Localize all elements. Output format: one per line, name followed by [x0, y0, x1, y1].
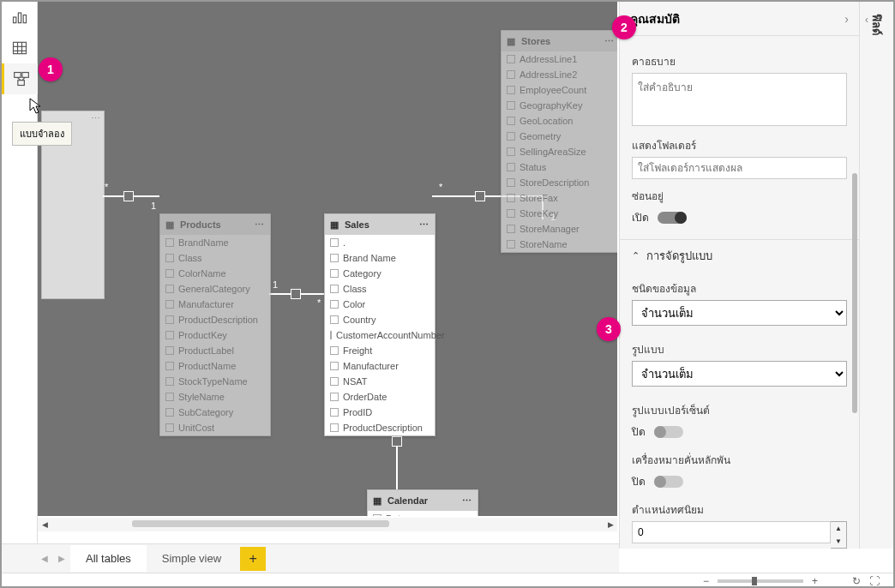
field-icon: [330, 269, 339, 278]
table-card-products[interactable]: ▦Products⋯ BrandNameClassColorNameGenera…: [159, 213, 271, 436]
field-row[interactable]: StyleName: [160, 389, 270, 405]
field-row[interactable]: SellingAreaSize: [502, 144, 617, 159]
field-row[interactable]: GeneralCategory: [160, 281, 270, 297]
field-row[interactable]: StoreKey: [502, 206, 617, 221]
field-row[interactable]: Color: [325, 297, 435, 312]
svg-rect-10: [17, 81, 23, 86]
field-row[interactable]: CustomerAccountNumber: [325, 327, 435, 343]
chevron-left-icon: ‹: [865, 14, 868, 26]
expand-panel-icon[interactable]: ›: [844, 12, 849, 26]
relationship-arrow-icon: [291, 289, 301, 299]
thousands-toggle[interactable]: [654, 476, 683, 488]
field-row[interactable]: Class: [160, 250, 270, 266]
field-icon: [165, 346, 174, 355]
field-name: Country: [343, 315, 376, 325]
zoom-in-button[interactable]: +: [812, 575, 818, 587]
more-icon[interactable]: ⋯: [462, 495, 472, 507]
field-row[interactable]: Freight: [325, 343, 435, 358]
field-row[interactable]: ProductName: [160, 358, 270, 374]
field-row[interactable]: UnitCost: [160, 420, 270, 435]
display-folder-input[interactable]: [632, 157, 847, 179]
table-card-calendar[interactable]: ▦Calendar⋯ Date: [367, 489, 478, 516]
table-card-sales[interactable]: ▦Sales⋯ .Brand NameCategoryClassColorCou…: [324, 213, 435, 436]
spinner-up-icon[interactable]: ▲: [831, 522, 846, 535]
format-label: รูปแบบ: [632, 341, 847, 357]
field-name: OrderDate: [343, 392, 387, 402]
field-row[interactable]: GeographyKey: [502, 98, 617, 113]
field-row[interactable]: ProductKey: [160, 327, 270, 343]
decimal-input[interactable]: [632, 521, 831, 543]
fullscreen-icon[interactable]: ⛶: [869, 575, 880, 587]
spinner-down-icon[interactable]: ▼: [831, 535, 846, 548]
scroll-thumb[interactable]: [132, 520, 389, 527]
field-icon: [507, 117, 515, 125]
tab-next-icon[interactable]: ▶: [53, 554, 70, 563]
model-canvas[interactable]: ⋯ * 1 1 * * 1 * ▦Stores⋯ AddressLine1Add…: [38, 2, 617, 516]
field-row[interactable]: EmployeeCount: [502, 82, 617, 98]
percent-toggle[interactable]: [654, 426, 683, 438]
field-row[interactable]: Manufacturer: [160, 297, 270, 312]
field-row[interactable]: Category: [325, 266, 435, 281]
more-icon[interactable]: ⋯: [91, 113, 100, 124]
field-row[interactable]: Country: [325, 312, 435, 327]
field-row[interactable]: NSAT: [325, 374, 435, 389]
field-row[interactable]: Class: [325, 281, 435, 297]
canvas-scrollbar-horizontal[interactable]: ◀ ▶: [38, 518, 617, 531]
fit-to-page-icon[interactable]: ↻: [852, 575, 861, 587]
description-input[interactable]: [632, 73, 847, 126]
field-row[interactable]: StockTypeName: [160, 374, 270, 389]
more-icon[interactable]: ⋯: [604, 36, 615, 47]
panel-scrollbar[interactable]: [852, 53, 857, 533]
field-icon: [330, 300, 339, 309]
scroll-right-icon[interactable]: ▶: [604, 518, 617, 531]
table-card-stores[interactable]: ▦Stores⋯ AddressLine1AddressLine2Employe…: [501, 30, 617, 253]
fields-pane-collapsed[interactable]: ‹ ฟิลด์: [859, 2, 893, 549]
field-name: StoreDescription: [520, 177, 589, 188]
tab-prev-icon[interactable]: ◀: [36, 554, 53, 563]
zoom-slider[interactable]: [718, 579, 803, 583]
format-select[interactable]: จำนวนเต็ม: [632, 361, 847, 387]
field-row[interactable]: StoreFax: [502, 190, 617, 206]
fields-label: ฟิลด์: [868, 14, 886, 35]
svg-rect-2: [23, 15, 26, 23]
field-row[interactable]: ProductLabel: [160, 343, 270, 358]
field-name: ProductDescription: [178, 315, 258, 325]
field-row[interactable]: SubCategory: [160, 405, 270, 420]
field-row[interactable]: ColorName: [160, 266, 270, 281]
data-view-icon[interactable]: [2, 33, 38, 63]
field-row[interactable]: StoreManager: [502, 221, 617, 237]
field-row[interactable]: ProdID: [325, 405, 435, 420]
field-row[interactable]: Geometry: [502, 129, 617, 144]
field-row[interactable]: BrandName: [160, 235, 270, 250]
field-row[interactable]: AddressLine2: [502, 67, 617, 82]
field-name: ProductKey: [178, 330, 227, 340]
field-row[interactable]: Date: [368, 511, 478, 516]
field-row[interactable]: GeoLocation: [502, 113, 617, 129]
tab-simple-view[interactable]: Simple view: [147, 545, 237, 572]
model-view-icon[interactable]: [2, 63, 38, 94]
field-row[interactable]: OrderDate: [325, 389, 435, 405]
field-row[interactable]: StoreName: [502, 237, 617, 252]
tab-all-tables[interactable]: All tables: [70, 545, 147, 572]
add-tab-button[interactable]: +: [240, 547, 266, 571]
more-icon[interactable]: ⋯: [419, 219, 429, 231]
field-name: StockTypeName: [178, 376, 248, 387]
field-row[interactable]: Status: [502, 159, 617, 175]
formatting-section-header[interactable]: ⌃ การจัดรูปแบบ: [620, 239, 859, 272]
svg-rect-8: [14, 73, 21, 78]
field-row[interactable]: ProductDescription: [160, 312, 270, 327]
datatype-select[interactable]: จำนวนเต็ม: [632, 300, 847, 326]
scroll-left-icon[interactable]: ◀: [38, 518, 51, 531]
field-row[interactable]: StoreDescription: [502, 175, 617, 190]
field-row[interactable]: ProductDescription: [325, 420, 435, 435]
more-icon[interactable]: ⋯: [255, 219, 265, 231]
hidden-toggle[interactable]: [658, 212, 687, 224]
field-row[interactable]: .: [325, 235, 435, 250]
field-icon: [507, 163, 515, 171]
field-row[interactable]: Manufacturer: [325, 358, 435, 374]
zoom-out-button[interactable]: −: [703, 575, 709, 587]
field-name: StoreManager: [520, 224, 580, 234]
field-row[interactable]: Brand Name: [325, 250, 435, 266]
field-row[interactable]: AddressLine1: [502, 51, 617, 67]
report-view-icon[interactable]: [2, 2, 38, 33]
